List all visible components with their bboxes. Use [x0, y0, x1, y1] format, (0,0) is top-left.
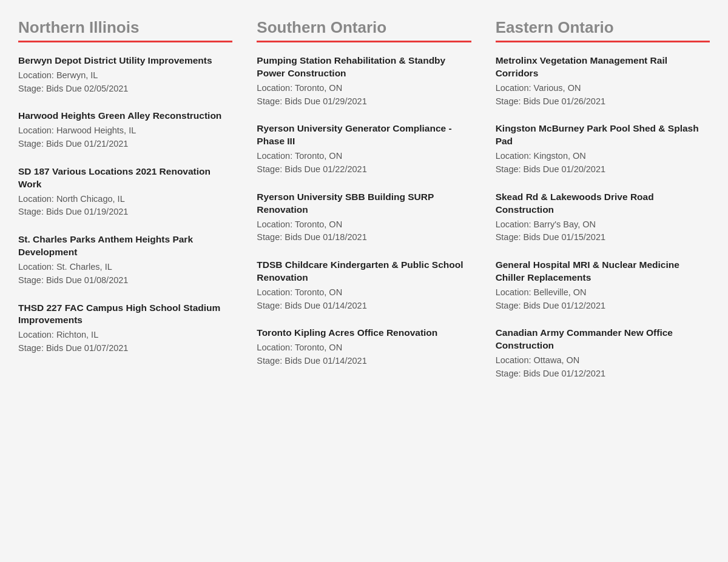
- column-northern-illinois: Northern IllinoisBerwyn Depot District U…: [6, 12, 244, 407]
- project-stage: Stage: Bids Due 01/20/2021: [496, 163, 710, 176]
- project-stage: Stage: Bids Due 01/12/2021: [496, 367, 710, 381]
- project-stage: Stage: Bids Due 01/26/2021: [496, 95, 710, 109]
- project-stage: Stage: Bids Due 01/18/2021: [257, 231, 471, 244]
- project-title: Metrolinx Vegetation Management Rail Cor…: [496, 55, 710, 80]
- project-title: St. Charles Parks Anthem Heights Park De…: [18, 233, 232, 259]
- project-location: Location: Toronto, ON: [257, 286, 471, 299]
- project-item[interactable]: Ryerson University Generator Compliance …: [257, 122, 471, 176]
- project-item[interactable]: SD 187 Various Locations 2021 Renovation…: [18, 166, 232, 219]
- column-southern-ontario: Southern OntarioPumping Station Rehabili…: [244, 12, 483, 407]
- column-header-eastern-ontario: Eastern Ontario: [496, 18, 710, 37]
- project-title: Ryerson University SBB Building SURP Ren…: [257, 191, 471, 216]
- project-stage: Stage: Bids Due 01/12/2021: [496, 299, 710, 313]
- project-location: Location: Toronto, ON: [257, 341, 471, 355]
- project-title: TDSB Childcare Kindergarten & Public Sch…: [257, 259, 471, 284]
- project-item[interactable]: THSD 227 FAC Campus High School Stadium …: [18, 302, 232, 355]
- project-location: Location: St. Charles, IL: [18, 261, 232, 274]
- project-stage: Stage: Bids Due 02/05/2021: [18, 82, 232, 96]
- project-item[interactable]: St. Charles Parks Anthem Heights Park De…: [18, 233, 232, 287]
- project-location: Location: North Chicago, IL: [18, 193, 232, 206]
- project-item[interactable]: Pumping Station Rehabilitation & Standby…: [257, 55, 471, 108]
- project-title: Canadian Army Commander New Office Const…: [496, 327, 710, 352]
- project-location: Location: Barry's Bay, ON: [496, 218, 710, 232]
- project-location: Location: Harwood Heights, IL: [18, 124, 232, 138]
- project-title: Pumping Station Rehabilitation & Standby…: [257, 55, 471, 80]
- project-location: Location: Toronto, ON: [257, 218, 471, 232]
- project-location: Location: Berwyn, IL: [18, 69, 232, 82]
- project-item[interactable]: Canadian Army Commander New Office Const…: [496, 327, 710, 380]
- project-item[interactable]: Berwyn Depot District Utility Improvemen…: [18, 55, 232, 95]
- column-divider-northern-illinois: [18, 41, 232, 42]
- project-item[interactable]: Skead Rd & Lakewoods Drive Road Construc…: [496, 191, 710, 244]
- column-header-southern-ontario: Southern Ontario: [257, 18, 471, 37]
- project-location: Location: Richton, IL: [18, 329, 232, 342]
- project-item[interactable]: Kingston McBurney Park Pool Shed & Splas…: [496, 122, 710, 176]
- column-header-northern-illinois: Northern Illinois: [18, 18, 232, 37]
- project-title: THSD 227 FAC Campus High School Stadium …: [18, 302, 232, 327]
- column-divider-eastern-ontario: [496, 41, 710, 42]
- project-title: General Hospital MRI & Nuclear Medicine …: [496, 259, 710, 284]
- project-stage: Stage: Bids Due 01/19/2021: [18, 206, 232, 219]
- project-title: Kingston McBurney Park Pool Shed & Splas…: [496, 122, 710, 148]
- project-location: Location: Belleville, ON: [496, 286, 710, 299]
- page-container: Northern IllinoisBerwyn Depot District U…: [0, 0, 728, 420]
- column-divider-southern-ontario: [257, 41, 471, 42]
- project-stage: Stage: Bids Due 01/08/2021: [18, 274, 232, 287]
- project-title: Skead Rd & Lakewoods Drive Road Construc…: [496, 191, 710, 216]
- project-stage: Stage: Bids Due 01/15/2021: [496, 231, 710, 244]
- project-location: Location: Toronto, ON: [257, 82, 471, 95]
- project-location: Location: Kingston, ON: [496, 150, 710, 163]
- project-stage: Stage: Bids Due 01/22/2021: [257, 163, 471, 176]
- project-title: Toronto Kipling Acres Office Renovation: [257, 327, 471, 340]
- project-item[interactable]: TDSB Childcare Kindergarten & Public Sch…: [257, 259, 471, 312]
- project-item[interactable]: Metrolinx Vegetation Management Rail Cor…: [496, 55, 710, 108]
- column-eastern-ontario: Eastern OntarioMetrolinx Vegetation Mana…: [484, 12, 722, 407]
- project-location: Location: Various, ON: [496, 82, 710, 95]
- project-item[interactable]: General Hospital MRI & Nuclear Medicine …: [496, 259, 710, 312]
- project-title: Harwood Heights Green Alley Reconstructi…: [18, 110, 232, 122]
- project-stage: Stage: Bids Due 01/07/2021: [18, 342, 232, 355]
- project-item[interactable]: Ryerson University SBB Building SURP Ren…: [257, 191, 471, 244]
- project-stage: Stage: Bids Due 01/14/2021: [257, 355, 471, 368]
- project-stage: Stage: Bids Due 01/14/2021: [257, 299, 471, 313]
- project-item[interactable]: Harwood Heights Green Alley Reconstructi…: [18, 110, 232, 150]
- project-location: Location: Toronto, ON: [257, 150, 471, 163]
- project-stage: Stage: Bids Due 01/21/2021: [18, 138, 232, 151]
- project-title: SD 187 Various Locations 2021 Renovation…: [18, 166, 232, 191]
- project-title: Ryerson University Generator Compliance …: [257, 122, 471, 148]
- project-location: Location: Ottawa, ON: [496, 354, 710, 367]
- project-stage: Stage: Bids Due 01/29/2021: [257, 95, 471, 109]
- project-item[interactable]: Toronto Kipling Acres Office RenovationL…: [257, 327, 471, 367]
- project-title: Berwyn Depot District Utility Improvemen…: [18, 55, 232, 67]
